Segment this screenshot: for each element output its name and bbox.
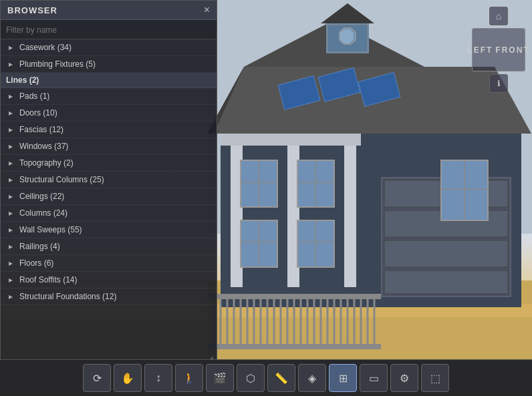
list-item[interactable]: Railings (4) <box>1 238 217 255</box>
chevron-icon <box>6 242 15 251</box>
list-item[interactable]: Casework (34) <box>1 39 217 56</box>
list-item-label: Wall Sweeps (55) <box>19 225 82 234</box>
resize-handle[interactable] <box>208 351 215 358</box>
chevron-icon <box>6 225 15 234</box>
cube-view-button[interactable]: ⬡ <box>237 364 265 392</box>
plan-view-button[interactable]: ⊞ <box>329 364 357 392</box>
camera-button[interactable]: 🎬 <box>206 364 234 392</box>
chevron-icon <box>6 208 15 218</box>
list-item[interactable]: Topography (2) <box>1 155 217 172</box>
list-item-label: Structural Foundations (12) <box>19 292 116 301</box>
zoom-button[interactable]: ↕ <box>144 364 172 392</box>
list-item-label: Roof Soffits (14) <box>19 275 77 284</box>
svg-rect-24 <box>221 134 361 146</box>
browser-panel: BROWSER × Casework (34)Plumbing Fixtures… <box>0 0 217 361</box>
bottom-toolbar: ⟳✋↕🚶🎬⬡📏◈⊞▭⚙⬚ <box>0 359 532 396</box>
list-item-label: Doors (10) <box>19 108 57 118</box>
list-item[interactable]: Floors (6) <box>1 255 217 272</box>
list-item[interactable]: Windows (37) <box>1 138 217 155</box>
list-item-label: Fascias (12) <box>19 125 63 134</box>
browser-list: Casework (34)Plumbing Fixtures (5)Lines … <box>1 39 217 360</box>
list-item[interactable]: Roof Soffits (14) <box>1 272 217 288</box>
list-item-label: Topography (2) <box>19 158 74 168</box>
browser-title: BROWSER <box>7 5 57 15</box>
list-item[interactable]: Fascias (12) <box>1 122 217 138</box>
list-item[interactable]: Lines (2) <box>1 73 217 88</box>
list-item[interactable]: Doors (10) <box>1 105 217 122</box>
browser-header: BROWSER × <box>1 1 217 20</box>
list-item-label: Structural Columns (25) <box>19 175 104 184</box>
browser-search-bar[interactable] <box>1 20 217 39</box>
list-item-label: Plumbing Fixtures (5) <box>19 59 96 69</box>
svg-rect-37 <box>207 294 381 299</box>
layers-button[interactable]: ◈ <box>298 364 326 392</box>
list-item[interactable]: Wall Sweeps (55) <box>1 222 217 238</box>
list-item[interactable]: Structural Foundations (12) <box>1 288 217 305</box>
info-button[interactable]: ℹ <box>489 74 508 93</box>
measure-button[interactable]: 📏 <box>267 364 295 392</box>
search-input[interactable] <box>6 25 211 35</box>
list-item[interactable]: Columns (24) <box>1 205 217 222</box>
view-left-label: LEFT <box>467 45 493 55</box>
svg-rect-8 <box>384 240 508 267</box>
list-item[interactable]: Structural Columns (25) <box>1 172 217 188</box>
chevron-icon <box>6 59 15 69</box>
svg-rect-9 <box>384 270 508 294</box>
walk-button[interactable]: 🚶 <box>175 364 203 392</box>
chevron-icon <box>6 142 15 151</box>
chevron-icon <box>6 275 15 284</box>
list-item-label: Columns (24) <box>19 208 68 218</box>
list-item[interactable]: Pads (1) <box>1 88 217 105</box>
section-button[interactable]: ▭ <box>360 364 388 392</box>
chevron-icon <box>6 175 15 184</box>
pan-button[interactable]: ✋ <box>114 364 142 392</box>
orbit-button[interactable]: ⟳ <box>83 364 111 392</box>
svg-rect-23 <box>344 134 356 287</box>
list-item[interactable]: Plumbing Fixtures (5) <box>1 56 217 73</box>
chevron-icon <box>6 91 15 101</box>
list-item-label: Floors (6) <box>19 258 53 268</box>
list-item-label: Windows (37) <box>19 142 68 151</box>
settings-button[interactable]: ⚙ <box>390 364 418 392</box>
list-item[interactable]: Ceilings (22) <box>1 188 217 205</box>
svg-marker-17 <box>340 29 354 43</box>
chevron-icon <box>6 292 15 301</box>
list-item-label: Ceilings (22) <box>19 192 64 201</box>
chevron-icon <box>6 108 15 118</box>
chevron-icon <box>6 158 15 168</box>
chevron-icon <box>6 258 15 268</box>
chevron-icon <box>6 125 15 134</box>
view-cube[interactable]: LEFT FRONT <box>472 28 525 71</box>
home-button[interactable]: ⌂ <box>489 7 508 25</box>
chevron-icon <box>6 43 15 52</box>
list-item-label: Casework (34) <box>19 43 72 52</box>
list-item-label: Railings (4) <box>19 242 60 251</box>
view-front-label: FRONT <box>495 45 529 55</box>
svg-rect-63 <box>207 344 381 349</box>
share-button[interactable]: ⬚ <box>421 364 449 392</box>
list-item-label: Pads (1) <box>19 91 49 101</box>
compass-widget: ⌂ LEFT FRONT ℹ <box>472 7 525 93</box>
browser-close-button[interactable]: × <box>204 5 210 15</box>
chevron-icon <box>6 192 15 201</box>
